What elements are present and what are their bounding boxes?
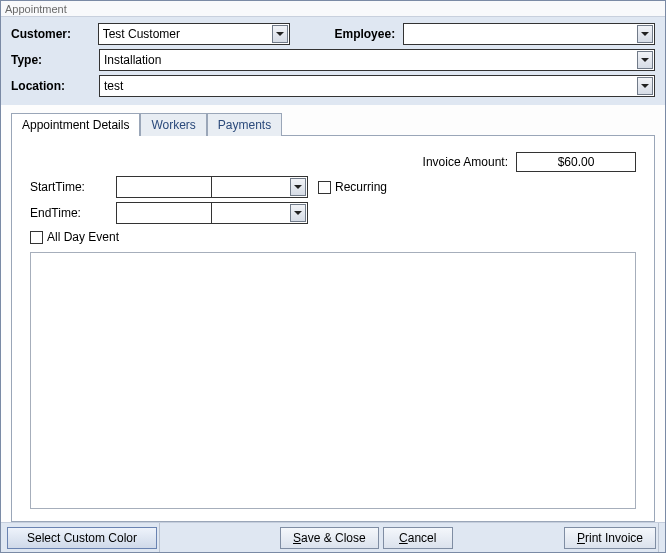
starttime-date-input[interactable] xyxy=(116,176,212,198)
tab-workers[interactable]: Workers xyxy=(140,113,206,136)
allday-label: All Day Event xyxy=(47,230,119,244)
endtime-date-input[interactable] xyxy=(116,202,212,224)
customer-label: Customer: xyxy=(11,27,98,41)
endtime-label: EndTime: xyxy=(30,206,116,220)
endtime-time-input[interactable] xyxy=(211,202,308,224)
customer-select[interactable]: Test Customer xyxy=(98,23,291,45)
appointment-window: Appointment Customer: Test Customer Empl… xyxy=(0,0,666,553)
type-value: Installation xyxy=(100,50,654,70)
allday-checkbox[interactable] xyxy=(30,231,43,244)
invoice-amount-label: Invoice Amount: xyxy=(423,155,508,169)
dropdown-icon[interactable] xyxy=(637,25,653,43)
location-select[interactable]: test xyxy=(99,75,655,97)
invoice-amount-field[interactable]: $60.00 xyxy=(516,152,636,172)
tab-appointment-details[interactable]: Appointment Details xyxy=(11,113,140,136)
type-label: Type: xyxy=(11,53,99,67)
location-value: test xyxy=(100,76,654,96)
recurring-label: Recurring xyxy=(335,180,387,194)
button-bar: Select Custom Color Save & Close Cancel … xyxy=(1,522,665,552)
window-title: Appointment xyxy=(1,1,665,17)
dropdown-icon[interactable] xyxy=(272,25,288,43)
tabstrip: Appointment Details Workers Payments xyxy=(11,109,655,135)
dropdown-icon[interactable] xyxy=(637,77,653,95)
cancel-button[interactable]: Cancel xyxy=(383,527,453,549)
tab-content-details: Invoice Amount: $60.00 StartTime: Recurr… xyxy=(11,135,655,522)
divider xyxy=(658,523,659,552)
employee-value xyxy=(404,24,654,44)
location-label: Location: xyxy=(11,79,99,93)
starttime-label: StartTime: xyxy=(30,180,116,194)
notes-textarea[interactable] xyxy=(30,252,636,509)
dropdown-icon[interactable] xyxy=(637,51,653,69)
dropdown-icon[interactable] xyxy=(290,178,306,196)
type-select[interactable]: Installation xyxy=(99,49,655,71)
dropdown-icon[interactable] xyxy=(290,204,306,222)
divider xyxy=(159,523,160,552)
save-and-close-button[interactable]: Save & Close xyxy=(280,527,379,549)
employee-label: Employee: xyxy=(334,27,395,41)
employee-select[interactable] xyxy=(403,23,655,45)
starttime-time-input[interactable] xyxy=(211,176,308,198)
header-panel: Customer: Test Customer Employee: Type: … xyxy=(1,17,665,105)
recurring-checkbox[interactable] xyxy=(318,181,331,194)
customer-value: Test Customer xyxy=(99,24,290,44)
print-invoice-button[interactable]: Print Invoice xyxy=(564,527,656,549)
select-custom-color-button[interactable]: Select Custom Color xyxy=(7,527,157,549)
tab-payments[interactable]: Payments xyxy=(207,113,282,136)
